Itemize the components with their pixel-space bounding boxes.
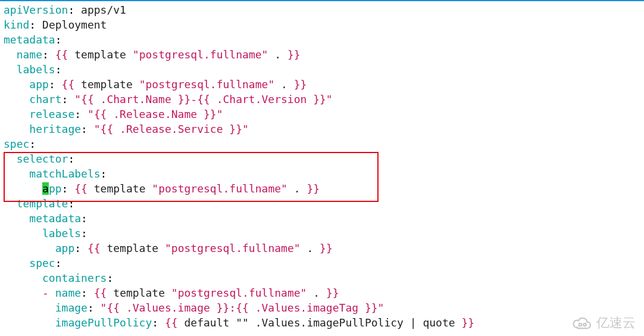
key-image: image [55,301,87,314]
brace-open: {{ [165,316,178,329]
tpl-kw: template [94,182,146,195]
key-labels2: labels [42,227,81,239]
key-kind: kind [4,18,29,31]
tpl-dot: . [294,182,301,195]
key-name2: name [55,287,81,299]
key-template: template [17,197,68,210]
tpl-dot: . [307,242,313,254]
tpl-arg: "postgresql.fullname" [139,78,275,91]
key-selector: selector [17,153,68,165]
brace-close: }} [326,287,339,299]
val-heritage: "{{ .Release.Service }}" [94,123,249,135]
brace-close: }} [287,48,301,61]
top-accent-bar [0,0,644,1]
cursor-char: a [42,182,49,195]
yaml-code-block: apiVersion: apps/v1 kind: Deployment met… [0,0,644,330]
tpl-dot: . [274,48,281,61]
brace-close: }} [294,78,307,91]
key-app-rest: pp [49,182,62,195]
tpl-dot: . [281,78,287,91]
key-name: name [17,48,42,61]
brace-open: {{ [62,78,75,91]
val-chart: "{{ .Chart.Name }}-{{ .Chart.Version }}" [74,93,332,105]
tpl-dot: . [313,287,320,299]
key-metadata2: metadata [29,212,81,225]
tpl-kw: template [113,287,165,299]
key-app-cursor: app [42,182,62,195]
brace-open: {{ [55,48,68,61]
key-release: release [29,108,74,120]
brace-close: }} [320,242,333,254]
key-spec2: spec [29,257,55,269]
key-spec: spec [4,138,29,150]
tpl-kw: template [81,78,133,91]
val-image: "{{ .Values.image }}:{{ .Values.imageTag… [101,301,384,314]
key-containers: containers [42,272,107,284]
brace-open: {{ [87,242,101,254]
brace-open: {{ [74,182,87,195]
key-heritage: heritage [29,123,81,135]
key-metadata: metadata [4,33,55,46]
val-ipp: default "" .Values.imagePullPolicy | quo… [178,316,462,329]
brace-open: {{ [94,287,107,299]
val-kind: Deployment [42,18,107,31]
key-apiversion: apiVersion [4,4,68,16]
tpl-kw: template [107,242,158,254]
val-apiversion: apps/v1 [81,4,126,16]
key-matchlabels: matchLabels [29,167,100,180]
key-app2: app [55,242,75,254]
key-chart: chart [29,93,61,105]
tpl-kw: template [74,48,126,61]
tpl-arg: "postgresql.fullname" [171,287,307,299]
key-imagepullpolicy: imagePullPolicy [55,316,152,329]
brace-close: }} [461,316,474,329]
val-release: "{{ .Release.Name }}" [87,108,223,120]
tpl-arg: "postgresql.fullname" [152,182,287,195]
key-labels: labels [17,63,55,76]
dash: - [42,287,49,299]
key-app: app [29,78,49,91]
tpl-arg: "postgresql.fullname" [133,48,268,61]
tpl-arg: "postgresql.fullname" [165,242,301,254]
brace-close: }} [307,182,320,195]
